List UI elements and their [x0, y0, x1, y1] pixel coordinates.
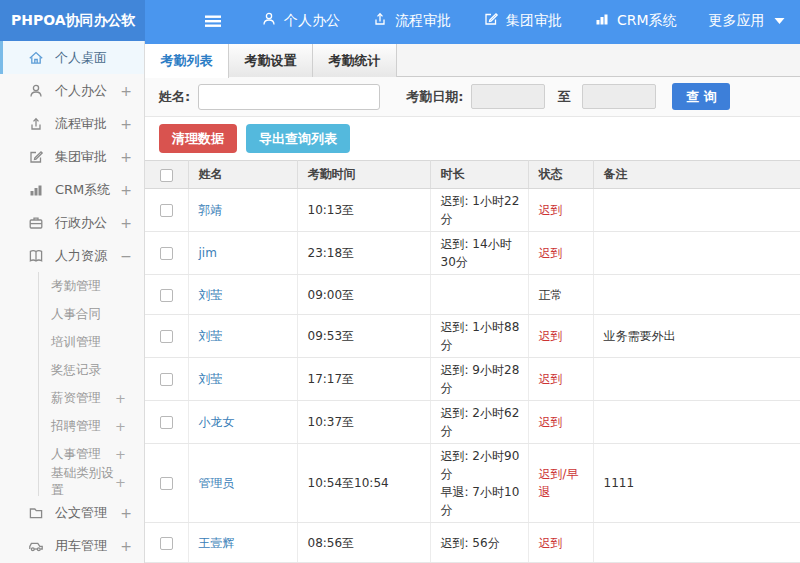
process-icon — [28, 115, 45, 132]
row-checkbox[interactable] — [160, 477, 173, 490]
select-all-checkbox[interactable] — [160, 169, 173, 182]
sidebar-item[interactable]: 行政办公+ — [0, 206, 144, 239]
date-to-input[interactable] — [582, 84, 656, 109]
employee-name-link[interactable]: 小龙女 — [199, 415, 235, 429]
topnav-item[interactable]: 流程审批 — [372, 11, 451, 30]
sidebar-item[interactable]: 流程审批+ — [0, 107, 144, 140]
edit-icon — [28, 148, 45, 165]
sidebar-item[interactable]: 集团审批+ — [0, 140, 144, 173]
topnav-item[interactable]: CRM系统 — [594, 11, 677, 30]
row-checkbox[interactable] — [160, 330, 173, 343]
expand-toggle-icon[interactable]: − — [120, 248, 132, 264]
duration-cell: 迟到: 2小时62分 — [430, 401, 528, 444]
main-layout: 个人桌面个人办公+流程审批+集团审批+CRM系统+行政办公+人力资源−考勤管理人… — [0, 41, 800, 563]
row-checkbox[interactable] — [160, 537, 173, 550]
sidebar-item[interactable]: CRM系统+ — [0, 173, 144, 206]
sidebar-item[interactable]: 人力资源− — [0, 239, 144, 272]
book-icon — [28, 247, 45, 264]
row-checkbox-cell — [145, 358, 188, 401]
row-checkbox-cell — [145, 275, 188, 315]
row-checkbox-cell — [145, 315, 188, 358]
employee-name-link[interactable]: 管理员 — [199, 476, 235, 490]
sidebar-subitem[interactable]: 招聘管理+ — [39, 412, 144, 440]
employee-name-link[interactable]: 刘莹 — [199, 288, 223, 302]
attendance-time-cell: 10:13至 — [297, 189, 430, 232]
tab-active[interactable]: 考勤列表 — [145, 44, 229, 78]
sidebar-subitem[interactable]: 人事管理+ — [39, 440, 144, 468]
sidebar-subitem[interactable]: 奖惩记录 — [39, 356, 144, 384]
name-cell: 刘莹 — [188, 315, 297, 358]
topnav-item[interactable]: 集团审批 — [483, 11, 562, 30]
row-checkbox[interactable] — [160, 289, 173, 302]
menu-toggle-icon[interactable] — [203, 13, 223, 29]
sidebar-subitem[interactable]: 薪资管理+ — [39, 384, 144, 412]
name-label: 姓名: — [159, 88, 190, 106]
expand-toggle-icon[interactable]: + — [120, 215, 132, 231]
note-cell — [593, 189, 800, 232]
duration-line: 迟到: 14小时30分 — [441, 235, 524, 271]
employee-name-link[interactable]: 郭靖 — [199, 203, 223, 217]
sidebar-item[interactable]: 个人办公+ — [0, 74, 144, 107]
row-checkbox[interactable] — [160, 247, 173, 260]
employee-name-link[interactable]: 刘莹 — [199, 329, 223, 343]
row-checkbox-cell — [145, 444, 188, 523]
duration-line: 迟到: 9小时28分 — [441, 361, 524, 397]
sidebar-item-label: 个人办公 — [55, 82, 120, 100]
sidebar-subitem[interactable]: 培训管理 — [39, 328, 144, 356]
tab-inactive[interactable]: 考勤设置 — [229, 44, 313, 77]
sidebar-subitem-label: 奖惩记录 — [51, 362, 126, 379]
sidebar-subitem[interactable]: 基础类别设置+ — [39, 468, 144, 496]
column-header: 姓名 — [188, 161, 297, 189]
sidebar-item[interactable]: 用车管理+ — [0, 529, 144, 562]
query-button[interactable]: 查 询 — [672, 83, 730, 110]
sidebar-item-label: 集团审批 — [55, 148, 120, 166]
sidebar-subitem[interactable]: 人事合同 — [39, 300, 144, 328]
sidebar-subitem[interactable]: 考勤管理 — [39, 272, 144, 300]
topnav-item[interactable]: 个人办公 — [261, 11, 340, 30]
tab-inactive[interactable]: 考勤统计 — [313, 44, 397, 77]
expand-toggle-icon[interactable]: + — [120, 538, 132, 554]
sidebar-item[interactable]: 个人桌面 — [0, 41, 144, 74]
expand-toggle-icon[interactable]: + — [115, 447, 126, 462]
sidebar-item-label: CRM系统 — [55, 181, 120, 199]
sidebar-item[interactable]: 公文管理+ — [0, 496, 144, 529]
name-input[interactable] — [198, 84, 380, 110]
sidebar-subitem-label: 基础类别设置 — [51, 465, 115, 499]
edit-icon — [483, 11, 506, 30]
expand-toggle-icon[interactable]: + — [120, 116, 132, 132]
car-icon — [28, 537, 45, 554]
process-icon — [372, 11, 395, 30]
top-nav: 个人办公流程审批集团审批CRM系统更多应用 — [261, 11, 800, 30]
expand-toggle-icon[interactable]: + — [115, 475, 126, 490]
table-row: 管理员10:54至10:54迟到: 2小时90分早退: 7小时10分迟到/早退1… — [145, 444, 800, 523]
sidebar-item-label: 公文管理 — [55, 504, 120, 522]
expand-toggle-icon[interactable]: + — [115, 391, 126, 406]
employee-name-link[interactable]: jim — [199, 246, 217, 260]
note-cell — [593, 275, 800, 315]
export-list-button[interactable]: 导出查询列表 — [246, 124, 350, 153]
expand-toggle-icon[interactable]: + — [120, 182, 132, 198]
duration-line: 迟到: 1小时22分 — [441, 192, 524, 228]
row-checkbox[interactable] — [160, 373, 173, 386]
row-checkbox[interactable] — [160, 416, 173, 429]
employee-name-link[interactable]: 刘莹 — [199, 372, 223, 386]
sidebar-subitem-label: 人事合同 — [51, 306, 126, 323]
expand-toggle-icon[interactable]: + — [115, 419, 126, 434]
date-from-input[interactable] — [471, 84, 545, 109]
employee-name-link[interactable]: 王壹辉 — [199, 536, 235, 550]
duration-line: 迟到: 2小时90分 — [441, 447, 524, 483]
name-cell: 小龙女 — [188, 401, 297, 444]
clean-data-button[interactable]: 清理数据 — [159, 124, 237, 153]
topnav-item[interactable]: 更多应用 — [709, 12, 792, 30]
name-cell: jim — [188, 232, 297, 275]
expand-toggle-icon[interactable]: + — [120, 83, 132, 99]
table-row: 刘莹09:53至迟到: 1小时88分迟到业务需要外出 — [145, 315, 800, 358]
expand-toggle-icon[interactable]: + — [120, 505, 132, 521]
status-cell: 迟到 — [528, 358, 593, 401]
sidebar-subitem-label: 招聘管理 — [51, 418, 115, 435]
row-checkbox[interactable] — [160, 204, 173, 217]
attendance-time-cell: 10:54至10:54 — [297, 444, 430, 523]
expand-toggle-icon[interactable]: + — [120, 149, 132, 165]
attendance-time-cell: 08:56至 — [297, 523, 430, 563]
note-cell: 1111 — [593, 444, 800, 523]
